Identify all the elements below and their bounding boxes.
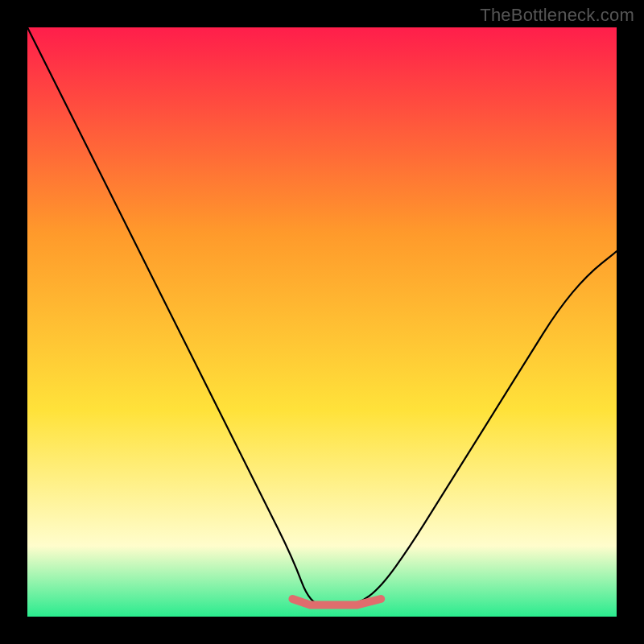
watermark-text: TheBottleneck.com bbox=[480, 5, 634, 26]
chart-svg bbox=[27, 27, 617, 617]
chart-frame: TheBottleneck.com bbox=[0, 0, 644, 644]
plot-area bbox=[27, 27, 617, 617]
gradient-background bbox=[27, 27, 617, 617]
